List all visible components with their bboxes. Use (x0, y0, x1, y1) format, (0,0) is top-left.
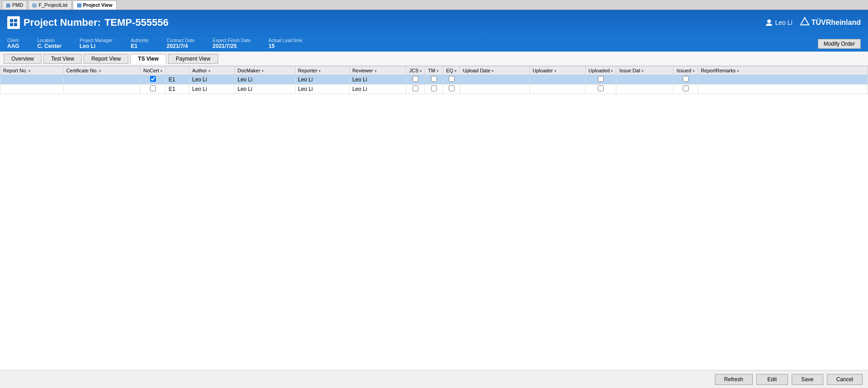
sort-arrow-upload-date: ▾ (492, 69, 494, 73)
modify-order-button[interactable]: Modify Order (818, 39, 861, 49)
col-report-no[interactable]: Report No. ▾ (0, 66, 64, 75)
col-reporter[interactable]: Reporter ▾ (295, 66, 349, 75)
col-uploader-label: Uploader (533, 68, 553, 73)
tab-overview[interactable]: Overview (4, 54, 42, 64)
checkbox-input[interactable] (683, 85, 689, 91)
checkbox-cell[interactable] (406, 75, 425, 85)
col-uploaded-label: Uploaded (588, 68, 610, 73)
table-cell: Leo Li (235, 75, 295, 85)
svg-rect-3 (14, 23, 17, 26)
col-jcs-label: JCS (409, 68, 418, 73)
checkbox-input[interactable] (150, 85, 156, 91)
checkbox-cell[interactable] (443, 75, 460, 85)
cancel-button[interactable]: Cancel (827, 374, 863, 385)
checkbox-input[interactable] (598, 76, 604, 82)
checkbox-input[interactable] (413, 85, 418, 91)
table-cell (616, 85, 674, 94)
col-reporter-label: Reporter (298, 68, 318, 73)
tab-projectview[interactable]: ▤ Project View (73, 0, 117, 9)
checkbox-cell[interactable] (425, 85, 443, 94)
project-number-label: Project Number: (23, 17, 101, 28)
table-cell: Leo Li (189, 75, 235, 85)
sort-arrow-tm: ▾ (436, 69, 439, 73)
sort-arrow-report-no: ▾ (28, 69, 31, 73)
tab-pmd-label: PMD (12, 2, 23, 8)
table-cell: Leo Li (295, 85, 349, 94)
checkbox-input[interactable] (449, 76, 455, 82)
col-no-cert[interactable]: NoCert ▾ (141, 66, 166, 75)
col-no-cert-label: NoCert (143, 68, 159, 73)
table-row[interactable]: E1Leo LiLeo LiLeo LiLeo Li (0, 85, 868, 94)
main-table: Report No. ▾ Certificate No. ▾ NoCert ▾ (0, 66, 868, 94)
col-report-remarks[interactable]: ReportRemarks ▾ (698, 66, 868, 75)
table-cell (0, 85, 64, 94)
sort-arrow-certificate-no: ▾ (99, 69, 101, 73)
sort-arrow-issued: ▾ (693, 69, 695, 73)
col-certificate-no[interactable]: Certificate No. ▾ (63, 66, 141, 75)
location-label: Location (38, 38, 55, 43)
table-container: Report No. ▾ Certificate No. ▾ NoCert ▾ (0, 66, 868, 370)
checkbox-cell[interactable] (586, 75, 616, 85)
user-name: Leo Li (775, 19, 793, 26)
edit-button[interactable]: Edit (756, 374, 788, 385)
col-report-no-label: Report No. (3, 68, 27, 73)
sort-arrow-reviewer: ▾ (375, 69, 377, 73)
contract-date-value: 2021/7/4 (167, 43, 188, 49)
fprojectlist-icon: ▤ (32, 2, 37, 8)
col-authority[interactable] (166, 66, 189, 75)
refresh-button[interactable]: Refresh (715, 374, 753, 385)
col-author-label: Author (192, 68, 206, 73)
info-lead-time: Actual Lead time 15 (269, 38, 303, 49)
col-eq[interactable]: EQ ▾ (443, 66, 460, 75)
checkbox-input[interactable] (431, 76, 437, 82)
checkbox-cell[interactable] (674, 75, 698, 85)
expect-finish-label: Expect Finish Date (213, 38, 251, 43)
checkbox-input[interactable] (150, 76, 156, 82)
checkbox-input[interactable] (449, 85, 455, 91)
col-issue-date[interactable]: Issue Dat ▾ (616, 66, 674, 75)
table-cell (616, 75, 674, 85)
checkbox-input[interactable] (431, 85, 437, 91)
svg-point-4 (767, 19, 771, 23)
tab-ts-view[interactable]: TS View (130, 54, 166, 64)
col-issued[interactable]: Issued ▾ (674, 66, 698, 75)
checkbox-input[interactable] (598, 85, 604, 91)
tab-pmd[interactable]: ▦ PMD (2, 0, 27, 9)
col-uploader[interactable]: Uploader ▾ (530, 66, 586, 75)
tab-fprojectlist[interactable]: ▤ F_ProjectList (28, 0, 71, 9)
table-row[interactable]: E1Leo LiLeo LiLeo LiLeo Li (0, 75, 868, 85)
checkbox-cell[interactable] (425, 75, 443, 85)
col-tm[interactable]: TM ▾ (425, 66, 443, 75)
sort-arrow-uploaded: ▾ (611, 69, 613, 73)
col-reviewer[interactable]: Reviewer ▾ (349, 66, 406, 75)
table-header-row: Report No. ▾ Certificate No. ▾ NoCert ▾ (0, 66, 868, 75)
checkbox-input[interactable] (413, 76, 418, 82)
brand-name: TÜVRheinland (812, 19, 861, 27)
tab-test-view[interactable]: Test View (43, 54, 82, 64)
projectview-icon: ▤ (77, 2, 81, 8)
checkbox-cell[interactable] (406, 85, 425, 94)
save-button[interactable]: Save (792, 374, 823, 385)
checkbox-input[interactable] (683, 76, 689, 82)
pm-label: Project Manager (80, 38, 113, 43)
col-docmaker-label: DocMaker (238, 68, 260, 73)
brand-logo: TÜVRheinland (800, 17, 861, 28)
tab-payment-view[interactable]: Payment View (168, 54, 218, 64)
checkbox-cell[interactable] (443, 85, 460, 94)
tab-report-view[interactable]: Report View (84, 54, 128, 64)
col-upload-date[interactable]: Upload Date ▾ (460, 66, 530, 75)
col-jcs[interactable]: JCS ▾ (406, 66, 425, 75)
footer: Refresh Edit Save Cancel (0, 370, 868, 388)
col-docmaker[interactable]: DocMaker ▾ (235, 66, 295, 75)
col-uploaded[interactable]: Uploaded ▾ (586, 66, 616, 75)
col-reviewer-label: Reviewer (352, 68, 373, 73)
tab-bar: ▦ PMD ▤ F_ProjectList ▤ Project View (0, 0, 868, 10)
contract-date-label: Contract Date (167, 38, 195, 43)
table-cell (460, 85, 530, 94)
table-cell: Leo Li (349, 75, 406, 85)
checkbox-cell[interactable] (141, 75, 166, 85)
checkbox-cell[interactable] (674, 85, 698, 94)
checkbox-cell[interactable] (141, 85, 166, 94)
col-author[interactable]: Author ▾ (189, 66, 235, 75)
checkbox-cell[interactable] (586, 85, 616, 94)
